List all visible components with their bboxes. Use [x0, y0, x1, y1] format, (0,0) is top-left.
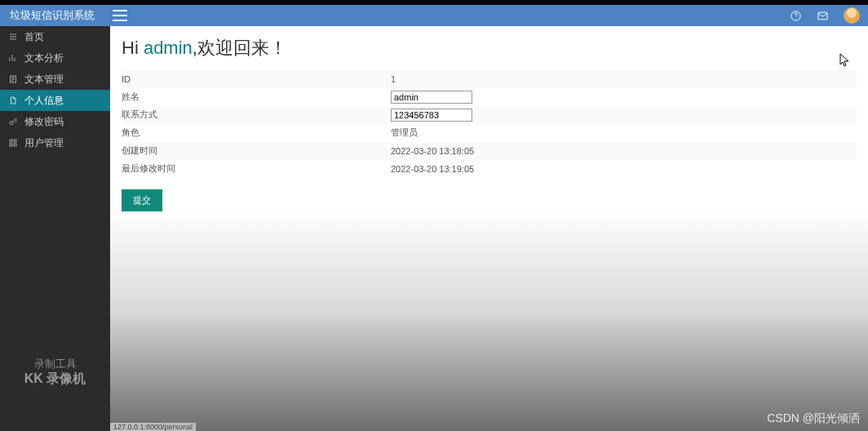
- chart-icon: [7, 53, 20, 63]
- svg-point-4: [10, 122, 13, 125]
- greeting: Hi admin,欢迎回来！: [122, 36, 857, 60]
- greeting-user: admin: [144, 38, 193, 58]
- svg-rect-2: [818, 12, 827, 20]
- sidebar-item-password[interactable]: 修改密码: [0, 111, 110, 132]
- sidebar-item-profile[interactable]: 个人信息: [0, 90, 110, 111]
- sidebar-item-label: 首页: [24, 30, 44, 44]
- key-icon: [7, 117, 20, 127]
- svg-rect-6: [14, 140, 16, 142]
- csdn-watermark: CSDN @阳光倾洒: [767, 411, 860, 426]
- contact-input[interactable]: [391, 109, 472, 122]
- sidebar-item-users[interactable]: 用户管理: [0, 132, 110, 153]
- sidebar-item-label: 用户管理: [24, 136, 64, 150]
- form-row-contact: 联系方式: [122, 106, 857, 124]
- form-row-name: 姓名: [122, 88, 857, 106]
- avatar[interactable]: [844, 7, 860, 24]
- svg-rect-7: [10, 144, 12, 146]
- sidebar-item-label: 修改密码: [24, 115, 64, 129]
- form-row-created: 创建时间 2022-03-20 13:18:05: [122, 142, 857, 160]
- file-icon: [7, 96, 20, 105]
- submit-button[interactable]: 提交: [122, 189, 162, 211]
- sidebar-item-label: 文本分析: [24, 51, 64, 65]
- main-content: Hi admin,欢迎回来！ ID 1 姓名 联系方式 角色 管理员 创建时间 …: [110, 26, 868, 211]
- form-row-id: ID 1: [122, 70, 857, 88]
- svg-rect-8: [14, 144, 16, 146]
- sidebar-item-analyze[interactable]: 文本分析: [0, 47, 110, 69]
- app-title: 垃圾短信识别系统: [10, 8, 95, 23]
- mail-icon[interactable]: [817, 10, 829, 22]
- name-input[interactable]: [391, 91, 472, 104]
- svg-rect-5: [10, 140, 12, 142]
- sidebar-item-label: 文本管理: [24, 73, 64, 87]
- top-navbar: 垃圾短信识别系统: [0, 5, 868, 26]
- sidebar-item-home[interactable]: 首页: [0, 26, 110, 47]
- doc-icon: [7, 74, 20, 84]
- status-bar: 127.0.0.1:8000/personal: [110, 423, 196, 431]
- sidebar: 首页 文本分析 文本管理 个人信息 修改密码 用户管理 录制工具 KK 录像机: [0, 26, 110, 431]
- menu-toggle-icon[interactable]: [113, 10, 127, 21]
- list-icon: [7, 32, 20, 42]
- recorder-watermark: 录制工具 KK 录像机: [0, 358, 110, 386]
- help-icon[interactable]: [790, 10, 802, 22]
- sidebar-item-text-manage[interactable]: 文本管理: [0, 69, 110, 90]
- svg-point-1: [795, 18, 796, 19]
- sidebar-item-label: 个人信息: [24, 94, 64, 108]
- form-row-role: 角色 管理员: [122, 124, 857, 142]
- grid-icon: [7, 138, 20, 148]
- form-row-updated: 最后修改时间 2022-03-20 13:19:05: [122, 160, 857, 178]
